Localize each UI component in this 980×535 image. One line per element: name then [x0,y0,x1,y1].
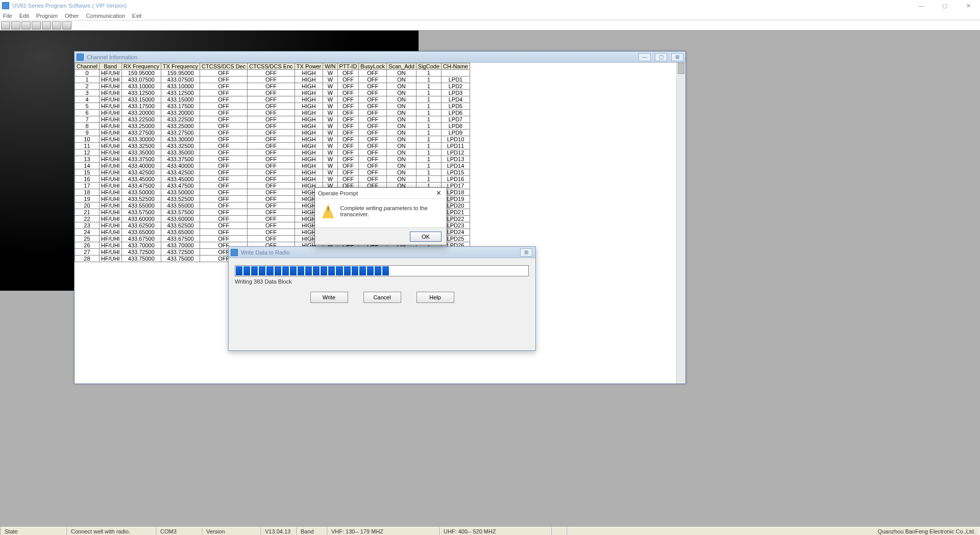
table-cell[interactable]: ON [387,169,416,176]
table-cell[interactable]: HF/UHI [99,130,121,136]
table-cell[interactable]: 1 [416,110,441,116]
table-cell[interactable]: 433.07500 [121,77,161,83]
table-cell[interactable]: 433.30000 [161,136,200,143]
table-cell[interactable]: OFF [200,156,248,163]
toolbar-btn-6[interactable] [52,21,61,30]
table-row[interactable]: 16HF/UHI433.45000433.45000OFFOFFHIGHWOFF… [75,176,470,183]
table-cell[interactable]: 433.57500 [121,209,161,216]
table-cell[interactable]: HF/UHI [99,196,121,202]
table-cell[interactable]: 433.67500 [161,236,200,242]
table-cell[interactable]: ON [387,176,416,183]
table-cell[interactable]: 433.50000 [161,189,200,196]
table-cell[interactable]: OFF [200,149,248,156]
table-cell[interactable]: OFF [359,156,387,163]
table-cell[interactable]: ON [387,163,416,169]
table-cell[interactable]: W [323,70,337,77]
table-cell[interactable]: HF/UHI [99,256,121,262]
table-cell[interactable]: 11 [75,143,100,149]
table-cell[interactable]: W [323,116,337,123]
table-cell[interactable]: 433.72500 [121,249,161,256]
table-cell[interactable]: HF/UHI [99,90,121,96]
table-cell[interactable]: 22 [75,216,100,222]
table-cell[interactable]: HF/UHI [99,70,121,77]
table-cell[interactable]: LPD3 [442,90,470,96]
table-row[interactable]: 7HF/UHI433.22500433.22500OFFOFFHIGHWOFFO… [75,116,470,123]
table-cell[interactable]: W [323,169,337,176]
cancel-button[interactable]: Cancel [363,292,401,303]
table-cell[interactable]: 15 [75,169,100,176]
table-row[interactable]: 11HF/UHI433.32500433.32500OFFOFFHIGHWOFF… [75,143,470,149]
column-header[interactable]: Band [99,63,121,70]
table-cell[interactable]: ON [387,116,416,123]
table-cell[interactable]: LPD5 [442,103,470,110]
table-cell[interactable]: 433.17500 [121,103,161,110]
table-cell[interactable]: OFF [248,236,295,242]
table-cell[interactable]: 433.22500 [121,116,161,123]
column-header[interactable]: CTCSS/DCS Dec [200,63,248,70]
minimize-button[interactable]: — [910,0,933,11]
table-cell[interactable]: 23 [75,222,100,229]
table-cell[interactable]: HIGH [295,123,323,130]
table-cell[interactable]: HF/UHI [99,149,121,156]
table-cell[interactable]: OFF [248,116,295,123]
table-cell[interactable]: HF/UHI [99,143,121,149]
table-cell[interactable]: 433.40000 [121,163,161,169]
table-cell[interactable]: HF/UHI [99,222,121,229]
column-header[interactable]: RX Frequency [121,63,161,70]
toolbar-btn-3[interactable] [21,21,31,30]
table-cell[interactable]: LPD4 [442,96,470,103]
table-cell[interactable]: OFF [248,163,295,169]
table-cell[interactable]: 1 [416,143,441,149]
table-cell[interactable]: OFF [248,83,295,90]
table-cell[interactable]: 433.10000 [121,83,161,90]
table-cell[interactable]: 433.55000 [161,202,200,209]
table-cell[interactable]: OFF [200,110,248,116]
table-cell[interactable]: 159.95000 [121,70,161,77]
table-cell[interactable]: 433.30000 [121,136,161,143]
table-cell[interactable]: 433.50000 [121,189,161,196]
table-cell[interactable]: OFF [359,163,387,169]
table-cell[interactable]: OFF [248,209,295,216]
table-cell[interactable]: HF/UHI [99,123,121,130]
table-cell[interactable]: HF/UHI [99,209,121,216]
table-cell[interactable]: OFF [337,176,359,183]
table-cell[interactable]: OFF [200,169,248,176]
table-cell[interactable]: HF/UHI [99,189,121,196]
table-cell[interactable]: HF/UHI [99,77,121,83]
table-cell[interactable]: LPD6 [442,110,470,116]
table-cell[interactable]: HF/UHI [99,96,121,103]
scrollbar-thumb[interactable] [678,63,684,74]
table-cell[interactable]: HIGH [295,96,323,103]
table-cell[interactable]: W [323,156,337,163]
table-cell[interactable]: HIGH [295,77,323,83]
table-cell[interactable]: OFF [248,183,295,189]
table-cell[interactable]: 1 [416,70,441,77]
table-cell[interactable]: W [323,176,337,183]
table-cell[interactable]: OFF [337,130,359,136]
table-cell[interactable]: 433.37500 [161,156,200,163]
table-cell[interactable]: LPD1 [442,77,470,83]
column-header[interactable]: SigCode [416,63,441,70]
table-cell[interactable]: 433.15000 [121,96,161,103]
table-cell[interactable]: 433.22500 [161,116,200,123]
table-cell[interactable]: 433.10000 [161,83,200,90]
table-cell[interactable]: OFF [200,202,248,209]
table-row[interactable]: 14HF/UHI433.40000433.40000OFFOFFHIGHWOFF… [75,163,470,169]
table-cell[interactable]: 2 [75,83,100,90]
table-cell[interactable]: 433.47500 [121,183,161,189]
table-cell[interactable]: HF/UHI [99,116,121,123]
table-cell[interactable]: 3 [75,90,100,96]
table-cell[interactable]: OFF [359,77,387,83]
table-row[interactable]: 8HF/UHI433.25000433.25000OFFOFFHIGHWOFFO… [75,123,470,130]
write-button[interactable]: Write [310,292,348,303]
table-cell[interactable]: OFF [359,96,387,103]
table-cell[interactable]: HF/UHI [99,103,121,110]
menu-program[interactable]: Program [36,13,58,19]
table-cell[interactable]: HF/UHI [99,229,121,236]
table-cell[interactable]: HIGH [295,143,323,149]
toolbar-btn-1[interactable] [1,21,10,30]
table-cell[interactable]: 433.62500 [121,222,161,229]
table-cell[interactable]: 0 [75,70,100,77]
table-cell[interactable]: OFF [337,110,359,116]
table-cell[interactable]: 13 [75,156,100,163]
